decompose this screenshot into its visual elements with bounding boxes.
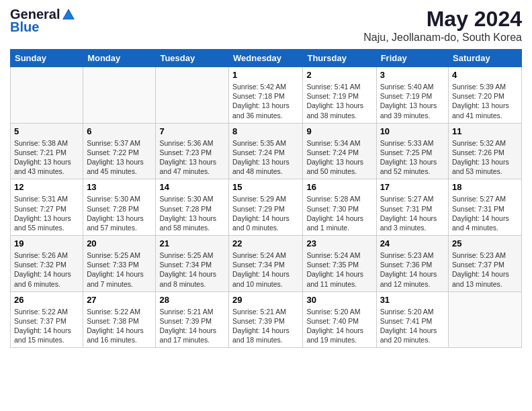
calendar-cell: 18Sunrise: 5:27 AM Sunset: 7:31 PM Dayli… <box>449 179 522 236</box>
day-info: Sunrise: 5:34 AM Sunset: 7:24 PM Dayligh… <box>306 138 372 177</box>
calendar-header-monday: Monday <box>83 50 156 67</box>
calendar-week-row: 1Sunrise: 5:42 AM Sunset: 7:18 PM Daylig… <box>11 67 522 124</box>
day-info: Sunrise: 5:40 AM Sunset: 7:19 PM Dayligh… <box>380 82 445 120</box>
calendar-cell <box>11 67 83 124</box>
day-info: Sunrise: 5:23 AM Sunset: 7:36 PM Dayligh… <box>380 250 445 289</box>
day-info: Sunrise: 5:41 AM Sunset: 7:19 PM Dayligh… <box>306 82 372 120</box>
calendar-cell: 9Sunrise: 5:34 AM Sunset: 7:24 PM Daylig… <box>303 123 376 179</box>
day-info: Sunrise: 5:24 AM Sunset: 7:34 PM Dayligh… <box>232 250 299 289</box>
day-number: 14 <box>159 182 225 192</box>
day-info: Sunrise: 5:25 AM Sunset: 7:34 PM Dayligh… <box>159 250 225 289</box>
day-info: Sunrise: 5:42 AM Sunset: 7:18 PM Dayligh… <box>232 82 299 120</box>
day-number: 8 <box>232 126 299 136</box>
day-number: 11 <box>452 126 518 136</box>
calendar-cell: 6Sunrise: 5:37 AM Sunset: 7:22 PM Daylig… <box>83 123 156 179</box>
day-number: 2 <box>306 70 372 80</box>
calendar-cell: 24Sunrise: 5:23 AM Sunset: 7:36 PM Dayli… <box>376 236 448 292</box>
day-number: 1 <box>232 70 299 80</box>
day-info: Sunrise: 5:26 AM Sunset: 7:32 PM Dayligh… <box>14 250 79 289</box>
logo-icon <box>61 7 76 22</box>
day-info: Sunrise: 5:30 AM Sunset: 7:28 PM Dayligh… <box>159 194 225 232</box>
calendar-cell: 19Sunrise: 5:26 AM Sunset: 7:32 PM Dayli… <box>11 236 83 292</box>
calendar-cell: 10Sunrise: 5:33 AM Sunset: 7:25 PM Dayli… <box>376 123 448 179</box>
calendar-header-sunday: Sunday <box>11 50 83 67</box>
day-number: 20 <box>87 238 152 248</box>
calendar-cell: 20Sunrise: 5:25 AM Sunset: 7:33 PM Dayli… <box>83 236 156 292</box>
calendar-cell: 13Sunrise: 5:30 AM Sunset: 7:28 PM Dayli… <box>83 179 156 236</box>
calendar-cell: 22Sunrise: 5:24 AM Sunset: 7:34 PM Dayli… <box>229 236 303 292</box>
calendar-cell: 14Sunrise: 5:30 AM Sunset: 7:28 PM Dayli… <box>156 179 229 236</box>
day-info: Sunrise: 5:36 AM Sunset: 7:23 PM Dayligh… <box>159 138 225 177</box>
calendar-header-friday: Friday <box>376 50 448 67</box>
calendar-cell: 12Sunrise: 5:31 AM Sunset: 7:27 PM Dayli… <box>11 179 83 236</box>
day-info: Sunrise: 5:22 AM Sunset: 7:38 PM Dayligh… <box>87 307 152 345</box>
calendar-cell: 5Sunrise: 5:38 AM Sunset: 7:21 PM Daylig… <box>11 123 83 179</box>
day-info: Sunrise: 5:22 AM Sunset: 7:37 PM Dayligh… <box>14 307 79 345</box>
day-info: Sunrise: 5:35 AM Sunset: 7:24 PM Dayligh… <box>232 138 299 177</box>
day-number: 27 <box>87 295 152 305</box>
day-number: 12 <box>14 182 79 192</box>
day-number: 17 <box>380 182 445 192</box>
page-header: General Blue May 2024 Naju, Jeollanam-do… <box>10 7 522 44</box>
location-title: Naju, Jeollanam-do, South Korea <box>363 32 522 44</box>
calendar-cell: 30Sunrise: 5:20 AM Sunset: 7:40 PM Dayli… <box>303 291 376 348</box>
day-info: Sunrise: 5:28 AM Sunset: 7:30 PM Dayligh… <box>306 194 372 232</box>
day-info: Sunrise: 5:21 AM Sunset: 7:39 PM Dayligh… <box>159 307 225 345</box>
calendar-cell: 4Sunrise: 5:39 AM Sunset: 7:20 PM Daylig… <box>449 67 522 124</box>
day-info: Sunrise: 5:27 AM Sunset: 7:31 PM Dayligh… <box>452 194 518 232</box>
day-number: 19 <box>14 238 79 248</box>
day-info: Sunrise: 5:38 AM Sunset: 7:21 PM Dayligh… <box>14 138 79 177</box>
day-number: 16 <box>306 182 372 192</box>
calendar-header-wednesday: Wednesday <box>229 50 303 67</box>
calendar-cell: 7Sunrise: 5:36 AM Sunset: 7:23 PM Daylig… <box>156 123 229 179</box>
day-number: 13 <box>87 182 152 192</box>
day-number: 25 <box>452 238 518 248</box>
day-number: 26 <box>14 295 79 305</box>
day-number: 5 <box>14 126 79 136</box>
calendar-cell: 29Sunrise: 5:21 AM Sunset: 7:39 PM Dayli… <box>229 291 303 348</box>
calendar-cell <box>156 67 229 124</box>
month-title: May 2024 <box>363 7 522 32</box>
day-number: 3 <box>380 70 445 80</box>
day-info: Sunrise: 5:20 AM Sunset: 7:40 PM Dayligh… <box>306 307 372 345</box>
day-info: Sunrise: 5:37 AM Sunset: 7:22 PM Dayligh… <box>87 138 152 177</box>
day-info: Sunrise: 5:20 AM Sunset: 7:41 PM Dayligh… <box>380 307 445 345</box>
day-number: 30 <box>306 295 372 305</box>
calendar-cell: 1Sunrise: 5:42 AM Sunset: 7:18 PM Daylig… <box>229 67 303 124</box>
calendar-cell: 16Sunrise: 5:28 AM Sunset: 7:30 PM Dayli… <box>303 179 376 236</box>
day-info: Sunrise: 5:29 AM Sunset: 7:29 PM Dayligh… <box>232 194 299 232</box>
calendar-header-saturday: Saturday <box>449 50 522 67</box>
calendar-cell: 17Sunrise: 5:27 AM Sunset: 7:31 PM Dayli… <box>376 179 448 236</box>
day-info: Sunrise: 5:30 AM Sunset: 7:28 PM Dayligh… <box>87 194 152 232</box>
day-info: Sunrise: 5:27 AM Sunset: 7:31 PM Dayligh… <box>380 194 445 232</box>
calendar-cell: 8Sunrise: 5:35 AM Sunset: 7:24 PM Daylig… <box>229 123 303 179</box>
logo-blue: Blue <box>10 19 39 35</box>
calendar-cell: 31Sunrise: 5:20 AM Sunset: 7:41 PM Dayli… <box>376 291 448 348</box>
calendar-cell: 2Sunrise: 5:41 AM Sunset: 7:19 PM Daylig… <box>303 67 376 124</box>
day-number: 21 <box>159 238 225 248</box>
calendar-cell: 21Sunrise: 5:25 AM Sunset: 7:34 PM Dayli… <box>156 236 229 292</box>
day-info: Sunrise: 5:31 AM Sunset: 7:27 PM Dayligh… <box>14 194 79 232</box>
day-info: Sunrise: 5:25 AM Sunset: 7:33 PM Dayligh… <box>87 250 152 289</box>
calendar-cell: 25Sunrise: 5:23 AM Sunset: 7:37 PM Dayli… <box>449 236 522 292</box>
day-number: 9 <box>306 126 372 136</box>
day-info: Sunrise: 5:32 AM Sunset: 7:26 PM Dayligh… <box>452 138 518 177</box>
day-number: 4 <box>452 70 518 80</box>
calendar-cell: 27Sunrise: 5:22 AM Sunset: 7:38 PM Dayli… <box>83 291 156 348</box>
calendar-cell: 23Sunrise: 5:24 AM Sunset: 7:35 PM Dayli… <box>303 236 376 292</box>
logo: General Blue <box>10 7 76 35</box>
day-number: 7 <box>159 126 225 136</box>
day-number: 6 <box>87 126 152 136</box>
calendar-cell: 11Sunrise: 5:32 AM Sunset: 7:26 PM Dayli… <box>449 123 522 179</box>
day-info: Sunrise: 5:33 AM Sunset: 7:25 PM Dayligh… <box>380 138 445 177</box>
day-number: 18 <box>452 182 518 192</box>
calendar-week-row: 12Sunrise: 5:31 AM Sunset: 7:27 PM Dayli… <box>11 179 522 236</box>
calendar-cell <box>449 291 522 348</box>
day-info: Sunrise: 5:39 AM Sunset: 7:20 PM Dayligh… <box>452 82 518 120</box>
day-number: 29 <box>232 295 299 305</box>
calendar-week-row: 19Sunrise: 5:26 AM Sunset: 7:32 PM Dayli… <box>11 236 522 292</box>
calendar-header-row: SundayMondayTuesdayWednesdayThursdayFrid… <box>11 50 522 67</box>
day-number: 23 <box>306 238 372 248</box>
day-info: Sunrise: 5:21 AM Sunset: 7:39 PM Dayligh… <box>232 307 299 345</box>
day-info: Sunrise: 5:24 AM Sunset: 7:35 PM Dayligh… <box>306 250 372 289</box>
